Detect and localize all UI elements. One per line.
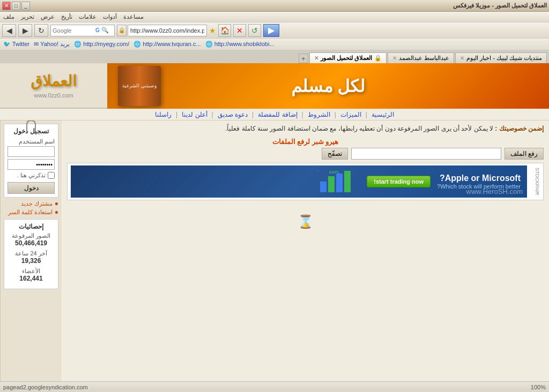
- loading-area: ⌛: [67, 200, 544, 243]
- navigate-button[interactable]: ▶: [263, 24, 279, 37]
- toolbar: ◀ ▶ ↻ G 🔍 🔒 ★ 🏠 ✕ ↺ ▶: [0, 22, 549, 39]
- zoom-level: 100%: [531, 384, 546, 390]
- ad-url: www.HeroSH.com: [466, 187, 523, 195]
- svg-text:MSFT: MSFT: [317, 170, 318, 175]
- new-tab-button[interactable]: +: [299, 54, 308, 63]
- google-logo: G: [94, 27, 101, 33]
- home-button[interactable]: 🏠: [218, 24, 231, 37]
- menu-tools[interactable]: أدوات: [103, 13, 117, 20]
- tab-close-0[interactable]: ✕: [460, 55, 464, 61]
- nav-add-fav[interactable]: إضافة للمفضلة: [258, 111, 297, 118]
- menu-history[interactable]: تأريخ: [61, 13, 72, 20]
- upload-input-row: رفع الملف تصفّح: [67, 148, 544, 160]
- ad-content: Apple or Microsoft? Which stock will per…: [71, 165, 527, 198]
- bookmark-star-icon[interactable]: ★: [209, 26, 216, 35]
- nav-features[interactable]: الميزات: [340, 111, 361, 118]
- upload-label: هيرو شبر لرفع الملفات: [67, 138, 544, 146]
- menubar: مساعدة أدوات علامات تأريخ عرض تحرير ملف: [0, 12, 549, 22]
- tab-bar: منتديات شبيك ليبيك - اخبار اليوم ✕ عبدال…: [0, 50, 549, 63]
- bookmarks-bar: 🐦 Twitter ✉ Yahoo! بريد 🌐 http://myegy.c…: [0, 39, 549, 50]
- daily-label: آخر 24 ساعة: [8, 250, 55, 257]
- remember-checkbox[interactable]: [48, 172, 55, 179]
- secure-icon: 🔒: [117, 25, 127, 36]
- bookmark-myegy[interactable]: 🌐 http://myegy.com/: [74, 41, 129, 48]
- window-title: العملاق لتحميل الصور - موزيلا فيرفكس: [453, 2, 547, 9]
- status-bar: pagead2.googlesyndication.com 100%: [0, 381, 549, 392]
- bookmark-tvquran[interactable]: 🌐 http://www.tvquran.c...: [133, 41, 201, 48]
- nav-contact[interactable]: راسلنا: [155, 111, 172, 118]
- svg-text:AAPL: AAPL: [329, 170, 340, 175]
- bookmark-yahoo-mail[interactable]: ✉ Yahoo! بريد: [34, 41, 70, 48]
- remember-row: تذكرني هنا .: [8, 172, 55, 179]
- privacy-notice: إضمن خصوصيتك : لا يمكن لأحد أن يرى الصور…: [67, 124, 544, 133]
- minimize-button[interactable]: _: [21, 2, 30, 10]
- site-header: العملاق www.0zz0.com وصيتني الشرعية لكل …: [0, 63, 549, 109]
- tab-0[interactable]: منتديات شبيك ليبيك - اخبار اليوم ✕: [455, 52, 547, 63]
- tab-2[interactable]: 🔒 العملاق لتحميل الصور ✕: [309, 52, 387, 63]
- bookmark-twitter[interactable]: 🐦 Twitter: [3, 41, 29, 48]
- stats-box: إحصائيات الصور المرفوعة 50,466,419 آخر 2…: [4, 219, 58, 289]
- browse-button[interactable]: تصفّح: [322, 148, 348, 160]
- nav-home[interactable]: الرئيسية: [372, 111, 394, 118]
- nav-advertise[interactable]: أعلن لدينا: [182, 111, 207, 118]
- svg-rect-0: [320, 182, 327, 192]
- logo-url: www.0zz0.com: [31, 92, 77, 99]
- register-link[interactable]: مشترك جديد: [21, 200, 53, 207]
- password-input[interactable]: [8, 159, 55, 170]
- ad-chart: MSFT AAPL: [317, 168, 360, 195]
- tab-label-2: العملاق لتحميل الصور: [321, 55, 372, 62]
- logo-area: العملاق www.0zz0.com: [0, 63, 107, 109]
- status-text: pagead2.googlesyndication.com: [3, 384, 88, 390]
- menu-view[interactable]: عرض: [41, 13, 55, 20]
- content-area: العملاق www.0zz0.com وصيتني الشرعية لكل …: [0, 63, 549, 381]
- tab-label-1: عبدالباسط عبدالصمد: [399, 55, 449, 62]
- refresh-button[interactable]: ↻: [34, 24, 48, 37]
- forgot-bullet: ●: [55, 208, 58, 216]
- banner-area: وصيتني الشرعية لكل مسلم: [107, 63, 549, 109]
- forward-button[interactable]: ▶: [18, 24, 32, 37]
- ad-cta-button[interactable]: start trading now!: [367, 176, 431, 187]
- stat-members: الأعضاء 162,441: [8, 268, 55, 282]
- address-bar: [128, 25, 207, 36]
- tab-label-0: منتديات شبيك ليبيك - اخبار اليوم: [466, 55, 542, 62]
- stat-uploaded: الصور المرفوعة 50,466,419: [8, 232, 55, 247]
- search-input[interactable]: [51, 27, 94, 34]
- close-button[interactable]: ✕: [2, 2, 11, 10]
- search-icon[interactable]: 🔍: [101, 27, 109, 34]
- login-button[interactable]: دخول: [8, 182, 55, 194]
- ad-banner: STOCKPAIR Apple or Microsoft? Which stoc…: [67, 163, 544, 200]
- tab-close-2[interactable]: ✕: [314, 55, 318, 61]
- url-input[interactable]: [130, 27, 204, 34]
- nav-terms[interactable]: الشروط: [308, 111, 330, 118]
- tab-close-1[interactable]: ✕: [392, 55, 397, 61]
- window-controls: _ □ ✕: [2, 2, 30, 10]
- right-sidebar: تسجيل دخول اسم المستخدم تذكرني هنا . دخو…: [0, 120, 62, 381]
- nav-links: الرئيسية | الميزات | الشروط | إضافة للمف…: [0, 109, 549, 120]
- upload-button[interactable]: رفع الملف: [505, 148, 544, 160]
- stat-daily: آخر 24 ساعة 19,326: [8, 250, 55, 265]
- username-input[interactable]: [8, 146, 55, 157]
- forgot-link[interactable]: استعادة كلمة السر: [8, 209, 53, 216]
- username-label: اسم المستخدم: [8, 138, 55, 145]
- menu-edit[interactable]: تحرير: [21, 13, 34, 20]
- maximize-button[interactable]: □: [12, 2, 20, 10]
- tab-1[interactable]: عبدالباسط عبدالصمد ✕: [388, 52, 454, 63]
- menu-file[interactable]: ملف: [3, 13, 14, 20]
- stop-button[interactable]: ✕: [233, 24, 246, 37]
- tab-icon-2: 🔒: [374, 55, 382, 62]
- nav-invite[interactable]: دعوة صديق: [218, 111, 248, 118]
- reload-button[interactable]: ↺: [248, 24, 261, 37]
- menu-bookmarks[interactable]: علامات: [79, 13, 97, 20]
- svg-rect-3: [344, 171, 351, 192]
- menu-help[interactable]: مساعدة: [123, 13, 144, 20]
- login-box: تسجيل دخول اسم المستخدم تذكرني هنا . دخو…: [4, 124, 58, 198]
- logo-arabic: العملاق: [31, 72, 77, 90]
- register-section: ● مشترك جديد ● استعادة كلمة السر: [4, 200, 58, 216]
- back-button[interactable]: ◀: [2, 24, 16, 37]
- privacy-title: إضمن خصوصيتك :: [495, 125, 544, 132]
- file-input[interactable]: [351, 148, 501, 160]
- search-box: G 🔍: [50, 25, 115, 36]
- banner-book-text: وصيتني الشرعية: [121, 81, 158, 91]
- bookmark-shobiklobi[interactable]: 🌐 http://www.shobiklobi...: [205, 41, 274, 48]
- uploaded-value: 50,466,419: [8, 239, 55, 247]
